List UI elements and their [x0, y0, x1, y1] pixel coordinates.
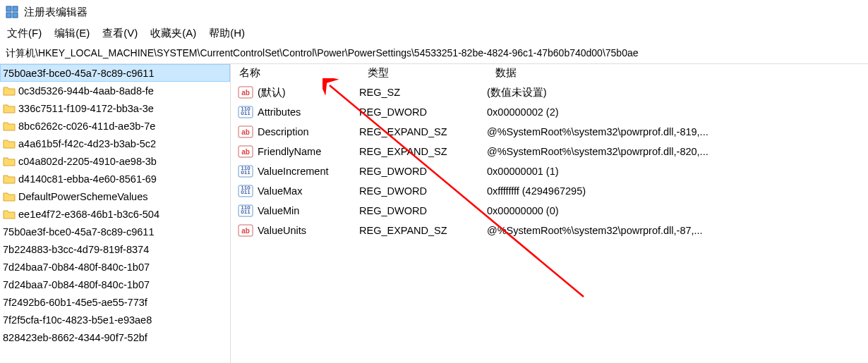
list-row[interactable]: 011110ValueMinREG_DWORD0x00000000 (0): [231, 201, 868, 221]
string-value-icon: ab: [238, 85, 253, 99]
folder-icon: [3, 104, 16, 113]
row-type: REG_EXPAND_SZ: [359, 225, 487, 236]
tree-item-label: d4140c81-ebba-4e60-8561-69: [18, 173, 157, 185]
tree-item[interactable]: 828423eb-8662-4344-90f7-52bf: [0, 328, 230, 346]
row-data: @%SystemRoot%\system32\powrprof.dll,-820…: [487, 146, 868, 157]
binary-value-icon: 011110: [238, 164, 253, 178]
list-row[interactable]: abDescriptionREG_EXPAND_SZ@%SystemRoot%\…: [231, 122, 868, 142]
folder-icon: [3, 86, 16, 96]
titlebar: 注册表编辑器: [0, 0, 868, 24]
svg-text:ab: ab: [241, 89, 250, 97]
tree-item-label: 7f2492b6-60b1-45e5-ae55-773f: [3, 297, 147, 308]
tree-item[interactable]: 0c3d5326-944b-4aab-8ad8-fe: [0, 82, 230, 99]
row-data: 0x00000001 (1): [487, 166, 868, 177]
tree-item[interactable]: 8bc6262c-c026-411d-ae3b-7e: [0, 117, 230, 135]
row-name-cell: Attributes: [258, 106, 359, 118]
row-name-cell: FriendlyName: [258, 146, 359, 157]
folder-icon: [3, 121, 16, 131]
list-row[interactable]: abValueUnitsREG_EXPAND_SZ@%SystemRoot%\s…: [231, 221, 868, 240]
col-header-name[interactable]: 名称: [231, 64, 359, 82]
list-row[interactable]: 011110ValueIncrementREG_DWORD0x00000001 …: [231, 161, 868, 181]
svg-rect-2: [6, 13, 11, 18]
svg-text:ab: ab: [241, 148, 250, 156]
menu-favorites[interactable]: 收藏夹(A): [150, 27, 196, 40]
list-header: 名称 类型 数据: [231, 64, 868, 82]
row-data: 0x00000000 (0): [487, 205, 868, 216]
tree-item-label: 7f2f5cfa-f10c-4823-b5e1-e93ae8: [3, 314, 152, 326]
tree-panel[interactable]: 75b0ae3f-bce0-45a7-8c89-c96110c3d5326-94…: [0, 64, 231, 363]
window-title: 注册表编辑器: [24, 6, 88, 19]
row-name-cell: Description: [258, 126, 359, 137]
content-area: 75b0ae3f-bce0-45a7-8c89-c96110c3d5326-94…: [0, 64, 868, 363]
row-name: ValueMax: [258, 185, 302, 197]
string-value-icon: ab: [238, 125, 253, 139]
row-data: @%SystemRoot%\system32\powrprof.dll,-87,…: [487, 225, 868, 236]
folder-icon: [3, 192, 16, 202]
list-row[interactable]: 011110AttributesREG_DWORD0x00000002 (2): [231, 102, 868, 122]
tree-item[interactable]: c04a802d-2205-4910-ae98-3b: [0, 152, 230, 170]
tree-item[interactable]: 336c7511-f109-4172-bb3a-3e: [0, 99, 230, 117]
menu-view[interactable]: 查看(V): [102, 27, 138, 40]
svg-rect-0: [6, 6, 11, 11]
row-name-cell: (默认): [258, 86, 359, 99]
row-name: ValueMin: [258, 205, 299, 216]
svg-text:ab: ab: [241, 128, 250, 136]
menu-edit[interactable]: 编辑(E): [54, 27, 90, 40]
row-name-cell: ValueIncrement: [258, 166, 359, 177]
tree-item[interactable]: 7d24baa7-0b84-480f-840c-1b07: [0, 258, 230, 276]
row-data: (数值未设置): [487, 86, 868, 99]
svg-text:011110: 011110: [241, 106, 251, 116]
string-value-icon: ab: [238, 144, 253, 159]
binary-value-icon: 011110: [238, 204, 253, 218]
list-panel[interactable]: 名称 类型 数据 ab(默认)REG_SZ(数值未设置)011110Attrib…: [231, 64, 868, 363]
tree-item-label: c04a802d-2205-4910-ae98-3b: [18, 156, 157, 167]
svg-text:ab: ab: [241, 227, 250, 235]
menu-help[interactable]: 帮助(H): [209, 27, 245, 40]
tree-item[interactable]: 75b0ae3f-bce0-45a7-8c89-c9611: [0, 64, 230, 82]
menu-file[interactable]: 文件(F): [7, 27, 42, 40]
tree-item-label: 8bc6262c-c026-411d-ae3b-7e: [18, 121, 155, 132]
tree-item-label: 828423eb-8662-4344-90f7-52bf: [3, 332, 147, 343]
string-value-icon: ab: [238, 223, 253, 238]
col-header-data[interactable]: 数据: [487, 64, 868, 82]
row-name: FriendlyName: [258, 146, 321, 157]
row-data: 0xffffffff (4294967295): [487, 185, 868, 197]
folder-icon: [3, 209, 16, 219]
tree-item-label: 7d24baa7-0b84-480f-840c-1b07: [3, 279, 150, 290]
tree-item[interactable]: 7d24baa7-0b84-480f-840c-1b07: [0, 276, 230, 293]
tree-item[interactable]: 7f2f5cfa-f10c-4823-b5e1-e93ae8: [0, 311, 230, 328]
row-name: Attributes: [258, 106, 301, 118]
tree-item[interactable]: DefaultPowerSchemeValues: [0, 187, 230, 205]
row-type: REG_DWORD: [359, 185, 487, 197]
tree-item[interactable]: 7b224883-b3cc-4d79-819f-8374: [0, 240, 230, 258]
svg-rect-1: [13, 6, 18, 11]
tree-item[interactable]: 75b0ae3f-bce0-45a7-8c89-c9611: [0, 223, 230, 240]
address-bar[interactable]: 计算机\HKEY_LOCAL_MACHINE\SYSTEM\CurrentCon…: [0, 44, 868, 64]
tree-item-label: ee1e4f72-e368-46b1-b3c6-504: [18, 209, 159, 220]
list-row[interactable]: 011110ValueMaxREG_DWORD0xffffffff (42949…: [231, 181, 868, 201]
row-type: REG_DWORD: [359, 205, 487, 216]
folder-icon: [3, 156, 16, 166]
row-type: REG_EXPAND_SZ: [359, 126, 487, 137]
tree-item-label: 75b0ae3f-bce0-45a7-8c89-c9611: [3, 226, 154, 238]
folder-icon: [3, 174, 16, 184]
tree-item[interactable]: a4a61b5f-f42c-4d23-b3ab-5c2: [0, 135, 230, 152]
binary-value-icon: 011110: [238, 184, 253, 198]
tree-item[interactable]: ee1e4f72-e368-46b1-b3c6-504: [0, 205, 230, 223]
binary-value-icon: 011110: [238, 105, 253, 119]
tree-item-label: 336c7511-f109-4172-bb3a-3e: [18, 103, 154, 114]
tree-item[interactable]: 7f2492b6-60b1-45e5-ae55-773f: [0, 293, 230, 311]
row-name-cell: ValueMin: [258, 205, 359, 216]
row-name: (默认): [258, 87, 286, 98]
svg-text:011110: 011110: [241, 165, 251, 176]
svg-rect-3: [13, 13, 18, 18]
svg-text:011110: 011110: [241, 204, 251, 215]
tree-item-label: 7b224883-b3cc-4d79-819f-8374: [3, 244, 149, 255]
row-type: REG_DWORD: [359, 166, 487, 177]
tree-item[interactable]: d4140c81-ebba-4e60-8561-69: [0, 170, 230, 187]
list-row[interactable]: ab(默认)REG_SZ(数值未设置): [231, 82, 868, 102]
list-row[interactable]: abFriendlyNameREG_EXPAND_SZ@%SystemRoot%…: [231, 142, 868, 161]
col-header-type[interactable]: 类型: [359, 64, 487, 82]
tree-item-label: 0c3d5326-944b-4aab-8ad8-fe: [18, 85, 154, 97]
row-name-cell: ValueUnits: [258, 225, 359, 236]
